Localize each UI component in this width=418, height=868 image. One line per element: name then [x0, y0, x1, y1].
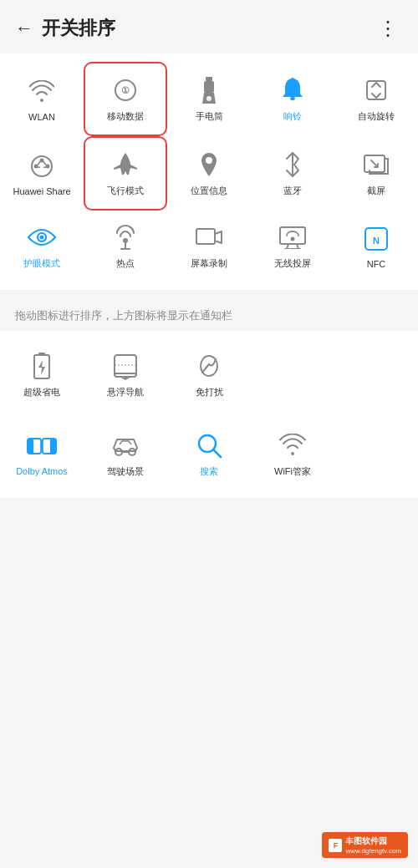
svg-rect-37	[28, 439, 33, 454]
watermark-text: 丰图软件园 www.dgfengtv.com	[345, 835, 401, 855]
super-battery-icon	[27, 351, 57, 381]
svg-text:N: N	[373, 236, 380, 246]
ringtone-label: 响铃	[283, 110, 302, 123]
screenshot-label: 截屏	[367, 185, 385, 197]
airplane-label: 飞行模式	[107, 185, 144, 197]
grid-item-ringtone[interactable]: 响铃	[251, 62, 334, 136]
grid-item-bluetooth[interactable]: 蓝牙	[251, 136, 334, 211]
svg-rect-23	[196, 229, 215, 244]
grid-item-airplane[interactable]: 飞行模式	[84, 136, 167, 211]
secondary-settings-section: 超级省电 悬浮导航 免打扰	[0, 331, 418, 498]
svg-rect-24	[280, 227, 305, 244]
grid-item-flashlight[interactable]: 手电筒	[167, 62, 251, 136]
search-label: 搜索	[200, 465, 218, 478]
grid-item-eye-comfort[interactable]: 护眼模式	[0, 211, 84, 282]
hotspot-label: 热点	[116, 257, 135, 270]
auto-rotate-label: 自动旋转	[358, 110, 395, 123]
grid-item-super-battery[interactable]: 超级省电	[0, 339, 84, 410]
watermark-logo: F	[329, 839, 342, 852]
svg-rect-39	[50, 439, 56, 454]
driving-label: 驾驶场景	[107, 465, 144, 478]
svg-line-44	[213, 449, 221, 457]
divider-text: 拖动图标进行排序，上方图标将显示在通知栏	[15, 310, 232, 322]
svg-rect-5	[290, 97, 295, 100]
grid-item-wlan[interactable]: WLAN	[0, 62, 84, 136]
wifi-manager-label: WiFi管家	[274, 465, 311, 478]
grid-item-wireless-display[interactable]: 无线投屏	[251, 211, 334, 282]
back-button[interactable]: ←	[7, 14, 42, 43]
watermark: F 丰图软件园 www.dgfengtv.com	[322, 832, 408, 858]
wireless-display-label: 无线投屏	[274, 257, 311, 270]
grid-item-mobile-data[interactable]: ① 移动数据	[84, 62, 167, 136]
grid-item-driving[interactable]: 驾驶场景	[84, 419, 167, 490]
page-title: 开关排序	[42, 16, 371, 41]
grid-item-floating-nav[interactable]: 悬浮导航	[84, 339, 167, 410]
grid-item-screen-record[interactable]: 屏幕录制	[167, 211, 251, 282]
svg-line-12	[38, 161, 40, 165]
airplane-icon	[110, 150, 140, 180]
grid-item-huawei-share[interactable]: Huawei Share	[0, 136, 84, 211]
tertiary-settings-grid: Dolby Atmos 驾驶场景	[0, 419, 418, 490]
quick-settings-grid: WLAN ① 移动数据 手电筒	[0, 62, 418, 282]
quick-settings-section: WLAN ① 移动数据 手电筒	[0, 53, 418, 290]
location-icon	[194, 150, 224, 180]
header: ← 开关排序 ⋮	[0, 0, 418, 53]
svg-point-4	[206, 96, 212, 101]
svg-point-28	[291, 237, 295, 241]
search-icon	[194, 430, 224, 460]
screen-record-icon	[194, 222, 224, 252]
svg-rect-2	[206, 77, 212, 81]
screen-record-label: 屏幕录制	[191, 257, 227, 270]
divider-info: 拖动图标进行排序，上方图标将显示在通知栏	[0, 297, 418, 331]
grid-item-auto-rotate[interactable]: 自动旋转	[334, 62, 418, 136]
svg-point-19	[40, 236, 44, 240]
grid-item-screenshot[interactable]: 截屏	[334, 136, 418, 211]
ringtone-icon	[278, 75, 308, 105]
driving-icon	[110, 430, 140, 460]
mobile-data-label: 移动数据	[107, 110, 144, 123]
no-disturb-icon	[194, 351, 224, 381]
eye-comfort-label: 护眼模式	[23, 257, 60, 270]
svg-point-20	[123, 238, 128, 243]
svg-point-16	[206, 157, 212, 164]
floating-nav-icon	[110, 351, 140, 381]
grid-item-wifi-manager[interactable]: WiFi管家	[251, 419, 334, 490]
wlan-icon	[27, 77, 57, 107]
grid-item-nfc[interactable]: N NFC	[334, 211, 418, 282]
grid-item-hotspot[interactable]: 热点	[84, 211, 167, 282]
floating-nav-label: 悬浮导航	[107, 386, 144, 398]
wlan-label: WLAN	[28, 112, 55, 122]
nfc-label: NFC	[367, 259, 386, 269]
svg-rect-3	[204, 81, 214, 93]
auto-rotate-icon	[361, 75, 391, 105]
mobile-data-icon: ①	[110, 75, 140, 105]
flashlight-icon	[194, 75, 224, 105]
more-button[interactable]: ⋮	[371, 13, 405, 43]
no-disturb-label: 免打扰	[196, 386, 223, 398]
hotspot-icon	[110, 222, 140, 252]
grid-item-dolby[interactable]: Dolby Atmos	[0, 419, 84, 490]
super-battery-label: 超级省电	[23, 386, 60, 398]
grid-item-no-disturb[interactable]: 免打扰	[167, 339, 251, 410]
grid-item-location[interactable]: 位置信息	[167, 136, 251, 211]
svg-line-13	[43, 161, 46, 165]
screenshot-icon	[361, 150, 391, 180]
dolby-label: Dolby Atmos	[16, 466, 68, 476]
wifi-manager-icon	[278, 430, 308, 460]
wireless-display-icon	[278, 222, 308, 252]
bluetooth-label: 蓝牙	[283, 185, 302, 197]
eye-comfort-icon	[27, 222, 57, 252]
huawei-share-icon	[27, 151, 57, 181]
huawei-share-label: Huawei Share	[13, 186, 70, 196]
svg-point-6	[291, 78, 294, 81]
nfc-icon: N	[361, 224, 391, 254]
dolby-icon	[27, 431, 57, 461]
grid-item-search[interactable]: 搜索	[167, 419, 251, 490]
bluetooth-icon	[278, 150, 308, 180]
flashlight-label: 手电筒	[196, 110, 223, 123]
svg-rect-32	[38, 353, 45, 356]
secondary-settings-grid: 超级省电 悬浮导航 免打扰	[0, 339, 418, 410]
svg-text:①: ①	[121, 85, 130, 95]
location-label: 位置信息	[191, 185, 227, 197]
